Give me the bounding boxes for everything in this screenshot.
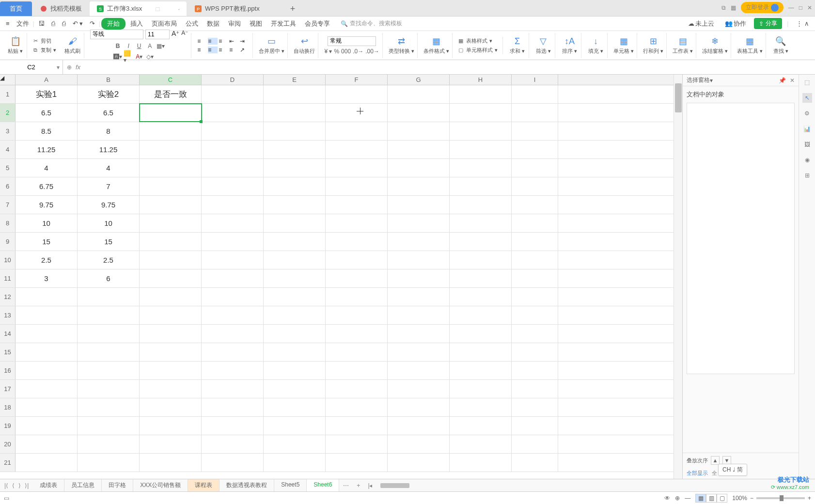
col-header-G[interactable]: G bbox=[388, 75, 450, 85]
indent-decrease-icon[interactable]: ⇤ bbox=[229, 38, 239, 45]
percent-icon[interactable]: % bbox=[334, 48, 339, 55]
tab-home[interactable]: 首页 bbox=[0, 1, 32, 16]
cell-H9[interactable] bbox=[450, 233, 512, 251]
cell-B14[interactable] bbox=[78, 325, 140, 343]
add-sheet-button[interactable]: + bbox=[353, 482, 364, 489]
row-header-15[interactable]: 15 bbox=[0, 343, 16, 361]
hide-all-link[interactable]: 全 bbox=[712, 470, 717, 477]
sort-button[interactable]: ↕A排序 ▾ bbox=[558, 33, 581, 58]
cell-H12[interactable] bbox=[450, 288, 512, 306]
select-all-corner[interactable]: ◢ bbox=[0, 75, 16, 85]
cell-I6[interactable] bbox=[512, 177, 558, 195]
name-box[interactable]: ▾ bbox=[0, 60, 63, 74]
coop-button[interactable]: 👥 协作 bbox=[722, 17, 749, 30]
cell-F20[interactable] bbox=[326, 435, 388, 453]
cell-B8[interactable]: 10 bbox=[78, 214, 140, 232]
border-icon[interactable]: ▦▾ bbox=[156, 41, 165, 51]
side-backup-icon[interactable]: ◉ bbox=[802, 155, 812, 165]
more-menu-icon[interactable]: ⋮ ∧ bbox=[793, 18, 812, 29]
side-select-icon[interactable]: ⬚ bbox=[802, 78, 812, 87]
side-more-icon[interactable]: ⊞ bbox=[802, 171, 812, 180]
find-button[interactable]: 🔍查找 ▾ bbox=[769, 33, 792, 58]
view-page-icon[interactable]: ▥ bbox=[706, 494, 717, 503]
bulb-icon[interactable]: — bbox=[685, 495, 690, 502]
cell-E3[interactable] bbox=[264, 122, 326, 140]
cell-E16[interactable] bbox=[264, 362, 326, 379]
new-tab-button[interactable]: + bbox=[285, 1, 300, 16]
row-header-16[interactable]: 16 bbox=[0, 362, 16, 379]
cell-H20[interactable] bbox=[450, 435, 512, 453]
cell-D9[interactable] bbox=[202, 233, 264, 251]
type-convert-button[interactable]: ⇄类型转换 ▾ bbox=[386, 33, 418, 58]
qat-print-preview-icon[interactable]: ⎙ bbox=[48, 18, 58, 29]
menu-tab-5[interactable]: 视图 bbox=[250, 19, 262, 28]
cell-I20[interactable] bbox=[512, 435, 558, 453]
cell-A19[interactable] bbox=[16, 417, 78, 435]
eye-icon[interactable]: 👁 bbox=[664, 495, 670, 502]
cell-I13[interactable] bbox=[512, 306, 558, 324]
table-tools-button[interactable]: ▦表格工具 ▾ bbox=[734, 33, 766, 58]
row-header-14[interactable]: 14 bbox=[0, 325, 16, 343]
view-normal-icon[interactable]: ▦ bbox=[695, 494, 706, 503]
cell-A12[interactable] bbox=[16, 288, 78, 306]
fill-button[interactable]: ↓填充 ▾ bbox=[584, 33, 608, 58]
cell-E11[interactable] bbox=[264, 269, 326, 287]
cell-I8[interactable] bbox=[512, 214, 558, 232]
cell-A1[interactable]: 实验1 bbox=[16, 85, 78, 103]
underline-icon[interactable]: U bbox=[134, 41, 144, 51]
cell-F4[interactable] bbox=[326, 141, 388, 158]
font-color-icon[interactable]: A▾ bbox=[134, 52, 144, 62]
cell-F8[interactable] bbox=[326, 214, 388, 232]
cell-E12[interactable] bbox=[264, 288, 326, 306]
col-header-F[interactable]: F bbox=[326, 75, 388, 85]
cell-A3[interactable]: 8.5 bbox=[16, 122, 78, 140]
cell-E20[interactable] bbox=[264, 435, 326, 453]
cell-H15[interactable] bbox=[450, 343, 512, 361]
row-header-18[interactable]: 18 bbox=[0, 398, 16, 416]
cell-F16[interactable] bbox=[326, 362, 388, 379]
cell-H21[interactable] bbox=[450, 454, 512, 472]
cut-button[interactable]: ✂剪切 bbox=[30, 37, 58, 45]
cell-B5[interactable]: 4 bbox=[78, 159, 140, 177]
cell-A14[interactable] bbox=[16, 325, 78, 343]
cell-D15[interactable] bbox=[202, 343, 264, 361]
tab-template[interactable]: 找稻壳模板 bbox=[33, 1, 89, 16]
cell-G18[interactable] bbox=[388, 398, 450, 416]
close-window-button[interactable]: ✕ bbox=[807, 4, 812, 11]
col-header-C[interactable]: C bbox=[140, 75, 202, 85]
cell-C14[interactable] bbox=[140, 325, 202, 343]
row-header-21[interactable]: 21 bbox=[0, 454, 16, 472]
sheet-tab-5[interactable]: 数据透视表教程 bbox=[219, 479, 274, 491]
decrease-decimal-icon[interactable]: .00→ bbox=[365, 48, 379, 55]
cell-I21[interactable] bbox=[512, 454, 558, 472]
cell-H8[interactable] bbox=[450, 214, 512, 232]
increase-decimal-icon[interactable]: .0→ bbox=[353, 48, 363, 55]
qat-print-icon[interactable]: ⎙ bbox=[59, 18, 69, 29]
cell-D18[interactable] bbox=[202, 398, 264, 416]
cell-style-button[interactable]: ▢单元格样式 ▾ bbox=[455, 46, 500, 54]
cell-D2[interactable] bbox=[202, 104, 264, 122]
menu-tab-6[interactable]: 开发工具 bbox=[271, 19, 296, 28]
menu-tab-7[interactable]: 会员专享 bbox=[305, 19, 330, 28]
cell-G20[interactable] bbox=[388, 435, 450, 453]
focus-icon[interactable]: ⊕ bbox=[675, 495, 680, 502]
cell-B11[interactable]: 6 bbox=[78, 269, 140, 287]
align-bottom-icon[interactable]: ≡ bbox=[219, 38, 228, 45]
cell-C8[interactable] bbox=[140, 214, 202, 232]
cell-H16[interactable] bbox=[450, 362, 512, 379]
cell-I9[interactable] bbox=[512, 233, 558, 251]
cell-E7[interactable] bbox=[264, 196, 326, 214]
row-header-12[interactable]: 12 bbox=[0, 288, 16, 306]
zoom-value[interactable]: 100% bbox=[732, 495, 747, 502]
cell-C1[interactable]: 是否一致 bbox=[140, 85, 202, 103]
maximize-button[interactable]: □ bbox=[799, 4, 802, 11]
zoom-slider[interactable] bbox=[756, 497, 805, 499]
cell-H17[interactable] bbox=[450, 380, 512, 398]
cell-G11[interactable] bbox=[388, 269, 450, 287]
cell-D13[interactable] bbox=[202, 306, 264, 324]
cell-B3[interactable]: 8 bbox=[78, 122, 140, 140]
row-header-6[interactable]: 6 bbox=[0, 177, 16, 195]
sheet-tab-4[interactable]: 课程表 bbox=[188, 479, 219, 491]
cell-F7[interactable] bbox=[326, 196, 388, 214]
cell-H13[interactable] bbox=[450, 306, 512, 324]
